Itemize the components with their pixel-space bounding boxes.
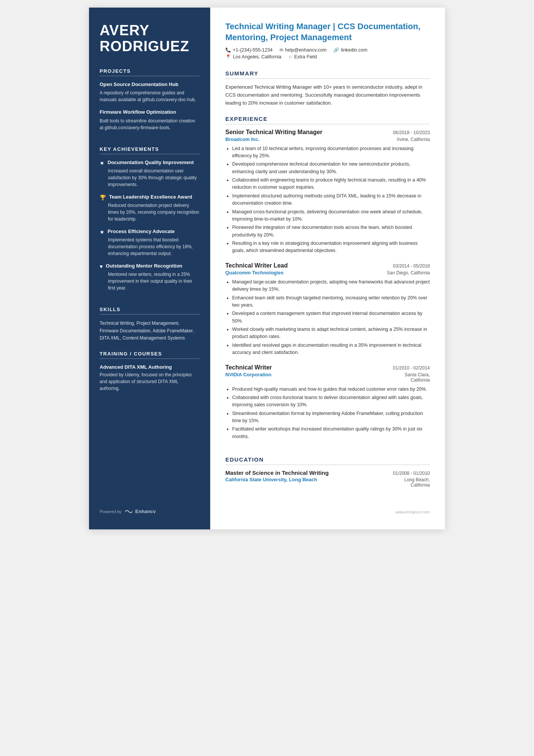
experience-section: EXPERIENCE Senior Technical Writing Mana… [225, 116, 430, 448]
exp-2-header: Technical Writer Lead 03/2014 - 05/2018 [225, 262, 430, 269]
bullet: Identified and resolved gaps in document… [232, 342, 430, 357]
achievement-item-2: 🏆 Team Leadership Excellence Award Reduc… [100, 194, 200, 222]
project-item-2: Firmware Workflow Optimization Built too… [100, 109, 200, 131]
projects-section: PROJECTS Open Source Documentation Hub A… [100, 68, 200, 138]
projects-title: PROJECTS [100, 68, 200, 76]
summary-section-title: SUMMARY [225, 70, 430, 79]
skills-title: SKILLS [100, 307, 200, 315]
edu-1-header: Master of Science in Technical Writing 0… [225, 470, 430, 476]
achievements-section: KEY ACHIEVEMENTS ★ Documentation Quality… [100, 146, 200, 297]
training-title: TRAINING / COURSES [100, 351, 200, 359]
bullet: Resulting in a key role in strategizing … [232, 240, 430, 255]
name-block: AVERY RODRIGUEZ [100, 23, 200, 55]
achievement-item-3: ★ Process Efficiency Advocate Implemente… [100, 229, 200, 257]
main-header: Technical Writing Manager | CCS Document… [225, 21, 430, 61]
exp-1-company: Broadcom Inc. [225, 136, 259, 142]
project-2-title: Firmware Workflow Optimization [100, 109, 200, 116]
exp-3-company-row: NVIDIA Corporation Santa Clara, Californ… [225, 372, 430, 383]
star-icon-1: ★ [100, 160, 105, 166]
bullet: Developed comprehensive technical docume… [232, 161, 430, 175]
bullet: Collaborated with engineering teams to p… [232, 177, 430, 191]
trophy-icon: 🏆 [100, 194, 106, 200]
achievement-2-title: Team Leadership Excellence Award [109, 194, 192, 200]
exp-2-company: Qualcomm Technologies [225, 270, 284, 275]
star-icon: ☆ [288, 54, 292, 59]
project-item-1: Open Source Documentation Hub A reposito… [100, 81, 200, 103]
achievement-3-desc: Implemented systems that boosted documen… [100, 236, 200, 257]
skills-section: SKILLS Technical Writing, Project Manage… [100, 307, 200, 342]
candidate-name: AVERY RODRIGUEZ [100, 23, 200, 55]
training-item-1: Advanced DITA XML Authoring Provided by … [100, 364, 200, 392]
exp-3-job-title: Technical Writer [225, 364, 272, 371]
achievement-4-desc: Mentored new writers, resulting in a 25%… [100, 271, 200, 291]
contact-extra: ☆ Extra Field [288, 54, 317, 59]
project-1-desc: A repository of comprehensive guides and… [100, 89, 200, 103]
experience-item-3: Technical Writer 01/2010 - 02/2014 NVIDI… [225, 364, 430, 441]
phone-text: +1-(234)-555-1234 [233, 47, 273, 53]
edu-1-date: 01/2008 - 01/2010 [393, 471, 430, 476]
link-icon: 🔗 [333, 47, 339, 53]
achievements-title: KEY ACHIEVEMENTS [100, 146, 200, 154]
skills-text: Technical Writing, Project Management, F… [100, 320, 200, 342]
heart-icon: ♥ [100, 263, 103, 269]
achievement-item-1: ★ Documentation Quality Improvement Incr… [100, 160, 200, 188]
enhancv-symbol-icon [125, 509, 133, 514]
bullet: Managed large-scale documentation projec… [232, 279, 430, 293]
footer-url: www.enhancv.com [395, 510, 430, 514]
contact-phone: 📞 +1-(234)-555-1234 [225, 47, 273, 53]
exp-3-bullets: Produced high-quality manuals and how-to… [225, 386, 430, 441]
exp-1-date: 06/2018 - 10/2023 [393, 130, 430, 135]
training-1-desc: Provided by Udemy, focused on the princi… [100, 371, 200, 392]
achievement-3-header: ★ Process Efficiency Advocate [100, 229, 200, 235]
bullet: Led a team of 10 technical writers, impr… [232, 145, 430, 160]
exp-2-job-title: Technical Writer Lead [225, 262, 288, 269]
exp-1-job-title: Senior Technical Writing Manager [225, 129, 322, 136]
contact-row-2: 📍 Los Angeles, California ☆ Extra Field [225, 54, 430, 59]
edu-item-1: Master of Science in Technical Writing 0… [225, 470, 430, 488]
achievement-2-header: 🏆 Team Leadership Excellence Award [100, 194, 200, 200]
bullet: Produced high-quality manuals and how-to… [232, 386, 430, 393]
contact-location: 📍 Los Angeles, California [225, 54, 281, 59]
phone-icon: 📞 [225, 47, 231, 53]
exp-3-header: Technical Writer 01/2010 - 02/2014 [225, 364, 430, 371]
star-icon-2: ★ [100, 229, 105, 235]
exp-2-location: San Diego, California [387, 270, 430, 275]
bullet: Worked closely with marketing teams to a… [232, 326, 430, 341]
achievement-4-title: Outstanding Mentor Recognition [106, 263, 182, 269]
exp-2-date: 03/2014 - 05/2018 [393, 263, 430, 269]
experience-item-2: Technical Writer Lead 03/2014 - 05/2018 … [225, 262, 430, 357]
bullet: Managed cross-functional projects, deliv… [232, 208, 430, 223]
edu-1-school-row: California State University, Long Beach … [225, 477, 430, 488]
resume-container: AVERY RODRIGUEZ PROJECTS Open Source Doc… [89, 8, 445, 529]
linkedin-text: linkedin.com [341, 47, 367, 53]
edu-1-degree: Master of Science in Technical Writing [225, 470, 329, 476]
exp-3-location: Santa Clara, California [404, 372, 430, 383]
main-content: Technical Writing Manager | CCS Document… [210, 8, 445, 529]
training-section: TRAINING / COURSES Advanced DITA XML Aut… [100, 351, 200, 396]
exp-1-company-row: Broadcom Inc. Irvine, California [225, 136, 430, 142]
location-icon: 📍 [225, 54, 231, 59]
edu-1-school: California State University, Long Beach [225, 477, 317, 482]
contact-row-1: 📞 +1-(234)-555-1234 ✉ help@enhancv.com 🔗… [225, 47, 430, 53]
contact-linkedin: 🔗 linkedin.com [333, 47, 367, 53]
exp-1-bullets: Led a team of 10 technical writers, impr… [225, 145, 430, 255]
bullet: Implemented structured authoring methods… [232, 193, 430, 207]
achievement-2-desc: Reduced documentation project delivery t… [100, 202, 200, 222]
bullet: Collaborated with cross-functional teams… [232, 394, 430, 409]
achievement-1-title: Documentation Quality Improvement [108, 160, 194, 166]
achievement-4-header: ♥ Outstanding Mentor Recognition [100, 263, 200, 269]
bullet: Streamlined documentation format by impl… [232, 410, 430, 425]
summary-text: Experienced Technical Writing Manager wi… [225, 83, 430, 107]
bullet: Enhanced team skill sets through targete… [232, 294, 430, 309]
contact-email: ✉ help@enhancv.com [279, 47, 327, 53]
bullet: Pioneered the integration of new documen… [232, 224, 430, 239]
summary-section: SUMMARY Experienced Technical Writing Ma… [225, 70, 430, 107]
achievement-1-desc: Increased overall documentation user sat… [100, 167, 200, 188]
powered-by-label: Powered by [100, 509, 122, 514]
achievement-1-header: ★ Documentation Quality Improvement [100, 160, 200, 166]
achievement-item-4: ♥ Outstanding Mentor Recognition Mentore… [100, 263, 200, 291]
exp-1-header: Senior Technical Writing Manager 06/2018… [225, 129, 430, 136]
exp-2-company-row: Qualcomm Technologies San Diego, Califor… [225, 270, 430, 275]
experience-item-1: Senior Technical Writing Manager 06/2018… [225, 129, 430, 255]
main-footer: www.enhancv.com [225, 502, 430, 514]
